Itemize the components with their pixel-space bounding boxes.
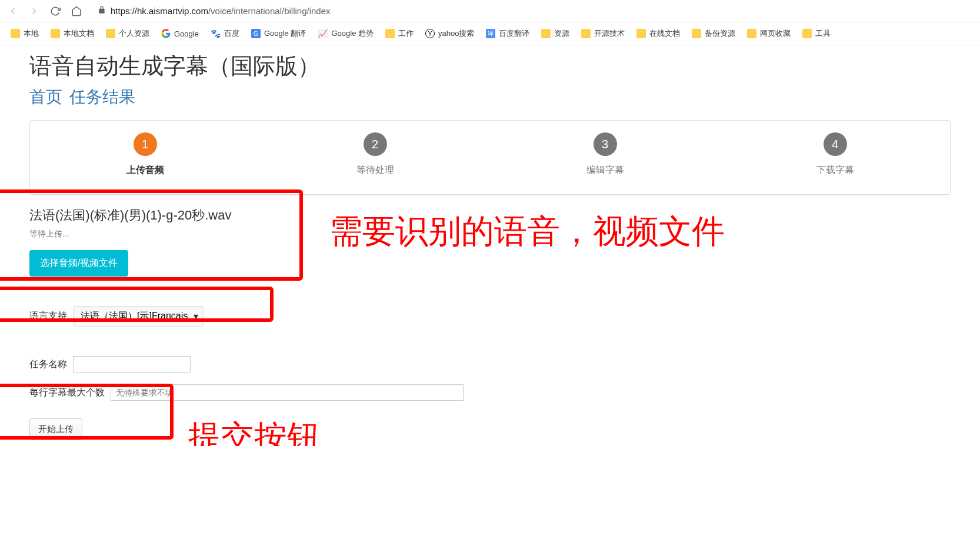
maxchars-row: 每行字幕最大个数: [29, 384, 951, 401]
bookmark-item[interactable]: Yyahoo搜索: [421, 26, 479, 41]
nav-results-link[interactable]: 任务结果: [69, 88, 135, 106]
google-icon: [161, 29, 171, 38]
back-button[interactable]: [6, 4, 20, 18]
start-upload-button[interactable]: 开始上传: [29, 418, 82, 440]
url-bar[interactable]: https://hk.aismartvip.com/voice/internat…: [91, 4, 974, 18]
bookmark-item[interactable]: 本地: [6, 26, 44, 41]
step-label: 编辑字幕: [490, 164, 720, 177]
steps-panel: 1上传音频2等待处理3编辑字幕4下载字幕: [29, 120, 951, 195]
folder-icon: [692, 29, 701, 38]
bookmark-label: Google 翻译: [264, 28, 306, 39]
folder-icon: [106, 29, 115, 38]
baidu-icon: 🐾: [211, 29, 221, 38]
bookmark-item[interactable]: 🐾百度: [206, 26, 244, 41]
folder-icon: [541, 29, 551, 38]
bookmark-item[interactable]: GGoogle 翻译: [246, 26, 311, 41]
trends-icon: 📈: [318, 29, 328, 38]
step-item: 4下载字幕: [720, 132, 950, 177]
bookmark-label: 个人资源: [119, 28, 149, 39]
reload-button[interactable]: [48, 4, 62, 18]
upload-block: 法语(法国)(标准)(男)(1)-g-20秒.wav 等待上传... 选择音频/…: [29, 207, 951, 277]
bookmark-item[interactable]: 在线文档: [632, 26, 685, 41]
google-translate-icon: G: [251, 29, 261, 38]
maxchars-label: 每行字幕最大个数: [29, 387, 105, 399]
maxchars-input[interactable]: [111, 384, 464, 401]
task-name-input[interactable]: [73, 356, 191, 373]
upload-status: 等待上传...: [29, 229, 951, 240]
bookmark-item[interactable]: 资源: [536, 26, 574, 41]
step-item: 3编辑字幕: [490, 132, 720, 177]
bookmark-label: 资源: [554, 28, 569, 39]
url-text: https://hk.aismartvip.com/voice/internat…: [111, 6, 331, 16]
folder-icon: [802, 29, 812, 38]
bookmark-label: Google: [174, 29, 199, 38]
folder-icon: [581, 29, 591, 38]
bookmark-item[interactable]: 开源技术: [576, 26, 629, 41]
bookmark-item[interactable]: 个人资源: [101, 26, 154, 41]
task-name-row: 任务名称: [29, 356, 951, 373]
folder-icon: [747, 29, 756, 38]
page-title: 语音自动生成字幕（国际版）: [29, 51, 951, 81]
submit-block: 开始上传: [29, 418, 951, 440]
bookmark-item[interactable]: 📈Google 趋势: [313, 26, 378, 41]
bookmark-item[interactable]: 工具: [798, 26, 835, 41]
folder-icon: [51, 29, 60, 38]
nav-home-link[interactable]: 首页: [29, 88, 62, 106]
baidu-translate-icon: 译: [486, 29, 495, 38]
step-number: 2: [364, 132, 387, 156]
step-label: 上传音频: [30, 164, 260, 177]
page-content: 语音自动生成字幕（国际版） 首页 任务结果 1上传音频2等待处理3编辑字幕4下载…: [0, 45, 980, 446]
forward-button[interactable]: [27, 4, 41, 18]
bookmark-label: 网页收藏: [760, 28, 791, 39]
language-row: 语言支持 法语（法国）[示]Français: [29, 300, 951, 344]
step-number: 1: [134, 132, 157, 156]
step-number: 4: [824, 132, 847, 156]
bookmark-item[interactable]: 本地文档: [46, 26, 99, 41]
page-nav-links: 首页 任务结果: [29, 86, 951, 108]
selected-file-name: 法语(法国)(标准)(男)(1)-g-20秒.wav: [29, 207, 951, 224]
bookmark-label: 本地文档: [64, 28, 94, 39]
step-item: 2等待处理: [260, 132, 490, 177]
bookmarks-bar: 本地本地文档个人资源Google🐾百度GGoogle 翻译📈Google 趋势工…: [0, 22, 980, 45]
bookmark-item[interactable]: 备份资源: [687, 26, 740, 41]
folder-icon: [385, 29, 395, 38]
bookmark-label: 百度翻译: [499, 28, 529, 39]
bookmark-item[interactable]: 工作: [381, 26, 418, 41]
bookmark-label: Google 趋势: [331, 28, 374, 39]
bookmark-label: 备份资源: [705, 28, 735, 39]
yahoo-icon: Y: [425, 29, 435, 38]
bookmark-label: 在线文档: [649, 28, 680, 39]
home-button[interactable]: [69, 4, 84, 18]
bookmark-label: 工具: [815, 28, 831, 39]
bookmark-label: 本地: [24, 28, 39, 39]
bookmark-item[interactable]: 网页收藏: [742, 26, 795, 41]
bookmark-item[interactable]: Google: [156, 26, 204, 41]
step-label: 等待处理: [260, 164, 490, 177]
choose-file-button[interactable]: 选择音频/视频文件: [29, 250, 128, 277]
folder-icon: [11, 29, 20, 38]
step-item: 1上传音频: [30, 132, 260, 177]
task-name-label: 任务名称: [29, 358, 67, 371]
browser-nav-bar: https://hk.aismartvip.com/voice/internat…: [0, 0, 980, 22]
bookmark-label: 开源技术: [594, 28, 625, 39]
step-number: 3: [594, 132, 617, 156]
language-dropdown[interactable]: 法语（法国）[示]Français: [73, 306, 204, 327]
bookmark-label: 百度: [224, 28, 239, 39]
language-label: 语言支持: [29, 310, 67, 322]
folder-icon: [636, 29, 646, 38]
step-label: 下载字幕: [720, 164, 950, 177]
bookmark-label: yahoo搜索: [438, 28, 474, 39]
bookmark-label: 工作: [398, 28, 414, 39]
lock-icon: [98, 6, 106, 16]
bookmark-item[interactable]: 译百度翻译: [481, 26, 534, 41]
